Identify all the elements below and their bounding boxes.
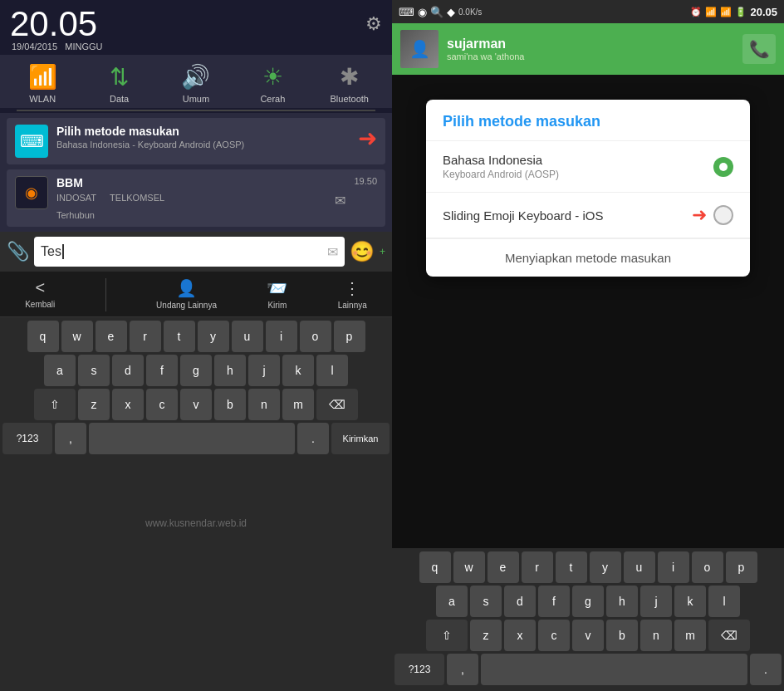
key-e[interactable]: e — [96, 321, 127, 352]
key-h[interactable]: h — [214, 355, 246, 386]
toggle-brightness[interactable]: ☀ Cerah — [239, 63, 306, 104]
key-q[interactable]: q — [27, 321, 59, 352]
right-key-period[interactable]: . — [750, 654, 782, 685]
action-more[interactable]: ⋮ Lainnya — [338, 278, 367, 311]
right-key-d[interactable]: d — [504, 586, 536, 617]
action-kembali-label: Kembali — [25, 300, 55, 309]
call-button[interactable]: 📞 — [742, 34, 776, 64]
modal-overlay: Pilih metode masukan Bahasa Indonesia Ke… — [392, 75, 784, 548]
shift-key[interactable]: ⇧ — [34, 389, 76, 420]
send-key[interactable]: Kirimkan — [331, 423, 390, 454]
right-key-c[interactable]: c — [538, 620, 570, 651]
clock-status-icon: ⏰ — [690, 7, 702, 17]
key-l[interactable]: l — [316, 355, 348, 386]
action-send[interactable]: 📨 Kirim — [267, 278, 287, 311]
key-m[interactable]: m — [282, 389, 314, 420]
right-key-h[interactable]: h — [606, 586, 638, 617]
option-bahasa-label: Bahasa Indonesia — [443, 153, 713, 167]
key-b[interactable]: b — [214, 389, 246, 420]
notif-input-method[interactable]: ⌨ Pilih metode masukan Bahasa Indonesia … — [7, 118, 385, 164]
key-z[interactable]: z — [78, 389, 110, 420]
key-u[interactable]: u — [232, 321, 263, 352]
key-f[interactable]: f — [146, 355, 178, 386]
modal-option-bahasa[interactable]: Bahasa Indonesia Keyboard Android (AOSP) — [426, 141, 750, 193]
chat-info: sujarman sami'na wa 'athona — [447, 37, 734, 61]
keyboard-left: q w e r t y u i o p a s d f g h j k l ⇧ … — [0, 317, 392, 691]
right-key-w[interactable]: w — [453, 551, 485, 583]
right-key-b[interactable]: b — [606, 620, 638, 651]
key-r[interactable]: r — [130, 321, 161, 352]
more-icon: ⋮ — [344, 278, 360, 298]
attach-icon[interactable]: 📎 — [7, 241, 29, 262]
right-key-n[interactable]: n — [640, 620, 672, 651]
key-p[interactable]: p — [334, 321, 365, 352]
right-key-f[interactable]: f — [538, 586, 570, 617]
right-key-a[interactable]: a — [436, 586, 468, 617]
modal-box: Pilih metode masukan Bahasa Indonesia Ke… — [426, 100, 750, 277]
radio-bahasa-selected[interactable] — [713, 157, 733, 177]
modal-footer-button[interactable]: Menyiapkan metode masukan — [426, 238, 750, 277]
right-key-v[interactable]: v — [572, 620, 604, 651]
right-key-k[interactable]: k — [674, 586, 706, 617]
toggle-data[interactable]: ⇅ Data — [86, 63, 153, 104]
right-key-t[interactable]: t — [556, 551, 587, 583]
key-k[interactable]: k — [282, 355, 314, 386]
right-key-q[interactable]: q — [419, 551, 451, 583]
right-key-i[interactable]: i — [658, 551, 689, 583]
right-delete-key[interactable]: ⌫ — [708, 620, 750, 651]
key-t[interactable]: t — [164, 321, 195, 352]
toggle-wlan[interactable]: 📶 WLAN — [9, 63, 76, 104]
delete-key[interactable]: ⌫ — [316, 389, 358, 420]
composer-text: Tes — [41, 244, 61, 259]
num-key[interactable]: ?123 — [2, 423, 52, 454]
right-key-l[interactable]: l — [708, 586, 740, 617]
send-small-icon[interactable]: ✉ — [327, 244, 338, 260]
key-o[interactable]: o — [300, 321, 331, 352]
right-key-g[interactable]: g — [572, 586, 604, 617]
right-num-key[interactable]: ?123 — [394, 654, 444, 685]
key-d[interactable]: d — [112, 355, 144, 386]
radio-emoji-unselected[interactable] — [713, 205, 733, 225]
right-key-x[interactable]: x — [504, 620, 536, 651]
key-c[interactable]: c — [146, 389, 178, 420]
right-key-e[interactable]: e — [488, 551, 519, 583]
right-key-j[interactable]: j — [640, 586, 672, 617]
right-key-m[interactable]: m — [674, 620, 706, 651]
right-shift-key[interactable]: ⇧ — [426, 620, 468, 651]
settings-icon[interactable]: ⚙ — [365, 13, 382, 35]
right-key-y[interactable]: y — [590, 551, 621, 583]
right-key-z[interactable]: z — [470, 620, 502, 651]
right-key-u[interactable]: u — [624, 551, 655, 583]
key-period[interactable]: . — [297, 423, 329, 454]
key-y[interactable]: y — [198, 321, 229, 352]
key-j[interactable]: j — [248, 355, 280, 386]
right-space-key[interactable] — [481, 654, 747, 685]
key-a[interactable]: a — [44, 355, 76, 386]
notif-bbm[interactable]: ◉ BBM INDOSAT TELKOMSEL ✉ Terhubun 19.50 — [7, 169, 385, 227]
key-n[interactable]: n — [248, 389, 280, 420]
key-w[interactable]: w — [61, 321, 93, 352]
composer-input-box[interactable]: Tes ✉ — [34, 237, 345, 267]
emoji-add-icon[interactable]: + — [380, 246, 385, 257]
toggle-bluetooth[interactable]: ✱ Bluetooth — [316, 63, 383, 104]
right-key-p[interactable]: p — [726, 551, 757, 583]
right-key-o[interactable]: o — [692, 551, 723, 583]
emoji-icon[interactable]: 😊 — [350, 240, 375, 263]
space-key[interactable] — [89, 423, 295, 454]
key-comma[interactable]: , — [55, 423, 86, 454]
key-i[interactable]: i — [266, 321, 297, 352]
toggle-sound[interactable]: 🔊 Umum — [163, 63, 229, 104]
action-invite[interactable]: 👤 Undang Lainnya — [156, 278, 217, 311]
key-s[interactable]: s — [78, 355, 110, 386]
action-kembali[interactable]: < Kembali — [25, 278, 55, 311]
right-key-row-2: a s d f g h j k l — [394, 586, 782, 617]
right-key-comma[interactable]: , — [447, 654, 478, 685]
key-v[interactable]: v — [180, 389, 212, 420]
key-g[interactable]: g — [180, 355, 212, 386]
invite-icon: 👤 — [176, 278, 197, 298]
modal-option-emoji[interactable]: Sliding Emoji Keyboard - iOS ➜ — [426, 193, 750, 238]
right-key-r[interactable]: r — [522, 551, 553, 583]
key-x[interactable]: x — [112, 389, 144, 420]
action-invite-label: Undang Lainnya — [156, 301, 217, 310]
right-key-s[interactable]: s — [470, 586, 502, 617]
